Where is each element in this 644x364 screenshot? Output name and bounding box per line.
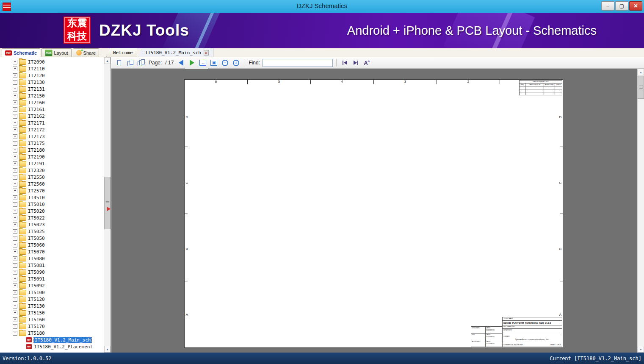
fit-width-button[interactable]: ↔: [198, 58, 207, 67]
tree-folder-IT2130[interactable]: +IT2130: [0, 79, 104, 86]
fit-page-button[interactable]: ▣: [209, 58, 218, 67]
tree-folder-IT5160[interactable]: +IT5160: [0, 316, 104, 323]
tree-scrollbar[interactable]: ▲ ▼: [104, 57, 111, 353]
tree-folder-IT4510[interactable]: +IT4510: [0, 194, 104, 201]
expand-icon[interactable]: +: [13, 209, 17, 214]
close-button[interactable]: ✕: [629, 1, 642, 11]
expand-icon[interactable]: +: [13, 155, 17, 159]
expand-icon[interactable]: +: [13, 297, 17, 302]
tab-share[interactable]: +Share: [73, 48, 99, 57]
tree-folder-IT2110[interactable]: +IT2110: [0, 65, 104, 72]
expand-icon[interactable]: +: [13, 202, 17, 207]
doc-tab-welcome[interactable]: Welcome: [106, 48, 137, 57]
expand-icon[interactable]: +: [13, 263, 17, 268]
expand-icon[interactable]: +: [13, 256, 17, 261]
tree-folder-IT5130[interactable]: +IT5130: [0, 303, 104, 309]
expand-icon[interactable]: +: [13, 189, 17, 193]
tree-folder-IT5091[interactable]: +IT5091: [0, 275, 104, 282]
find-next-button[interactable]: [351, 58, 360, 67]
expand-icon[interactable]: +: [13, 67, 17, 71]
tree-folder-IT5080[interactable]: +IT5080: [0, 255, 104, 262]
maximize-button[interactable]: ▢: [615, 1, 628, 11]
tree-folder-IT2180[interactable]: +IT2180: [0, 147, 104, 153]
expand-icon[interactable]: +: [13, 236, 17, 241]
expand-icon[interactable]: +: [13, 250, 17, 254]
expand-icon[interactable]: +: [13, 304, 17, 308]
expand-icon[interactable]: +: [13, 290, 17, 295]
tree-folder-IT5150[interactable]: +IT5150: [0, 309, 104, 316]
scroll-up-icon[interactable]: ▲: [638, 69, 644, 75]
tree-folder-IT2150[interactable]: +IT2150: [0, 92, 104, 99]
tree-folder-IT2162[interactable]: +IT2162: [0, 113, 104, 119]
find-previous-button[interactable]: [340, 58, 349, 67]
single-page-view-icon[interactable]: [115, 58, 124, 67]
expand-icon[interactable]: +: [13, 195, 17, 200]
expand-icon[interactable]: +: [13, 216, 17, 220]
expand-icon[interactable]: −: [13, 331, 17, 336]
expand-icon[interactable]: +: [13, 324, 17, 329]
tree-folder-IT5010[interactable]: +IT5010: [0, 201, 104, 208]
expand-icon[interactable]: +: [13, 121, 17, 125]
tree-folder-IT5100[interactable]: +IT5100: [0, 289, 104, 296]
pdf-viewport[interactable]: 654321 DCBA DCBA REVISION HISTORY REVDES…: [111, 69, 637, 353]
expand-icon[interactable]: +: [13, 311, 17, 315]
expand-icon[interactable]: +: [13, 148, 17, 153]
doc-tab-it5180-main-sch[interactable]: IT5180_V1.2_Main_sch✕: [138, 48, 213, 57]
tree-folder-IT2172[interactable]: +IT2172: [0, 126, 104, 133]
expand-icon[interactable]: +: [13, 87, 17, 92]
pdf-scroll-thumb[interactable]: [638, 76, 644, 99]
expand-icon[interactable]: +: [13, 80, 17, 85]
previous-page-button[interactable]: [176, 58, 185, 67]
expand-icon[interactable]: +: [13, 128, 17, 132]
tab-layout[interactable]: PADSLayout: [41, 48, 72, 57]
close-tab-icon[interactable]: ✕: [204, 50, 209, 56]
tree-folder-IT5120[interactable]: +IT5120: [0, 296, 104, 303]
tree-folder-IT5025[interactable]: +IT5025: [0, 228, 104, 235]
expand-icon[interactable]: +: [13, 141, 17, 146]
expand-icon[interactable]: +: [13, 94, 17, 98]
expand-icon[interactable]: +: [13, 73, 17, 78]
match-case-button[interactable]: Aa: [362, 58, 371, 67]
tree-folder-IT2570[interactable]: +IT2570: [0, 187, 104, 194]
expand-icon[interactable]: +: [13, 270, 17, 275]
tree-folder-IT2191[interactable]: +IT2191: [0, 160, 104, 167]
tree-folder-IT5022[interactable]: +IT5022: [0, 214, 104, 221]
expand-icon[interactable]: +: [13, 243, 17, 247]
tree-folder-IT2320[interactable]: +IT2320: [0, 167, 104, 174]
tab-schematic[interactable]: PDFSchematic: [2, 48, 40, 57]
scroll-down-icon[interactable]: ▼: [104, 346, 111, 353]
expand-icon[interactable]: +: [13, 60, 17, 64]
tree-file-IT5180_V1.2_Placement[interactable]: PDFIT5180_V1.2_Placement: [0, 343, 104, 350]
tree-folder-IT2175[interactable]: +IT2175: [0, 140, 104, 147]
tree-folder-IT2173[interactable]: +IT2173: [0, 133, 104, 140]
tree-folder-IT5092[interactable]: +IT5092: [0, 282, 104, 289]
tree-folder-IT5180[interactable]: −IT5180: [0, 330, 104, 336]
expand-icon[interactable]: +: [13, 161, 17, 166]
tree-folder-IT2120[interactable]: +IT2120: [0, 72, 104, 79]
expand-icon[interactable]: +: [13, 168, 17, 173]
expand-icon[interactable]: +: [13, 182, 17, 186]
next-page-button[interactable]: [187, 58, 196, 67]
tree-file-IT5180_V1.2_Main_sch[interactable]: PDFIT5180_V1.2_Main_sch: [0, 336, 104, 343]
expand-icon[interactable]: +: [13, 283, 17, 288]
tree-folder-IT2171[interactable]: +IT2171: [0, 119, 104, 126]
find-input[interactable]: [263, 59, 333, 67]
tree-folder-IT5050[interactable]: +IT5050: [0, 235, 104, 242]
expand-icon[interactable]: +: [13, 222, 17, 227]
tree-folder-IT2090[interactable]: +IT2090: [0, 58, 104, 65]
tree-folder-IT2161[interactable]: +IT2161: [0, 106, 104, 113]
tree-folder-IT5060[interactable]: +IT5060: [0, 242, 104, 248]
tree-folder-IT5023[interactable]: +IT5023: [0, 221, 104, 228]
scroll-down-icon[interactable]: ▼: [638, 346, 644, 353]
tree-folder-IT5090[interactable]: +IT5090: [0, 269, 104, 275]
scroll-up-icon[interactable]: ▲: [104, 57, 111, 64]
facing-pages-view-icon[interactable]: [126, 58, 135, 67]
tree-folder-IT2131[interactable]: +IT2131: [0, 86, 104, 92]
expand-icon[interactable]: +: [13, 134, 17, 139]
tree-folder-IT2190[interactable]: +IT2190: [0, 153, 104, 160]
tree-folder-IT5170[interactable]: +IT5170: [0, 323, 104, 330]
tree-folder-IT5020[interactable]: +IT5020: [0, 208, 104, 214]
zoom-in-button[interactable]: +: [231, 58, 240, 67]
expand-icon[interactable]: +: [13, 107, 17, 112]
tree-folder-IT2550[interactable]: +IT2550: [0, 174, 104, 181]
